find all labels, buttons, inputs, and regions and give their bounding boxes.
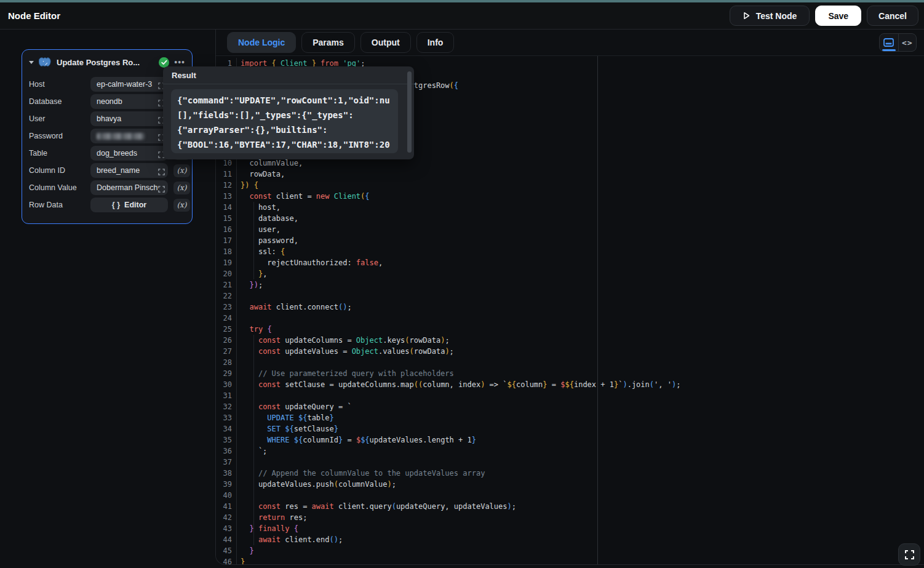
line-content: const updateValues = Object.values(rowDa… [237,346,454,357]
editor-button-label: Editor [124,201,146,209]
code-line: 27 const updateValues = Object.values(ro… [216,346,924,357]
line-number: 46 [216,556,237,564]
line-number: 22 [216,290,237,302]
field-label: Password [29,132,90,140]
field-row: Tabledog_breeds(x) [29,145,186,162]
row-data-editor-button[interactable]: { }Editor [90,198,168,212]
result-line: {},"binary": [177,152,392,153]
line-content [237,390,241,401]
line-content: database, [237,213,298,224]
line-number: 44 [216,534,237,545]
tab-node-logic[interactable]: Node Logic [227,32,296,53]
field-input[interactable] [90,129,168,143]
line-content: } finally { [237,523,298,534]
line-content [237,290,241,302]
topbar-actions: Test Node Save Cancel [730,6,918,26]
line-number: 37 [216,457,237,468]
field-value: bhavya [90,114,121,123]
line-content: UPDATE ${table} [237,412,334,423]
line-content [237,490,241,501]
line-number: 20 [216,268,237,279]
line-number: 28 [216,357,237,368]
field-input[interactable]: Doberman Pinsch [90,180,168,195]
line-number: 11 [216,169,237,180]
code-line: 28 [216,357,924,368]
code-line: 21 }); [216,279,924,290]
line-content [237,313,241,324]
code-line: 31 [216,390,924,401]
code-line: 26 const updateColumns = Object.keys(row… [216,335,924,346]
test-node-button[interactable]: Test Node [730,6,810,26]
check-circle-icon [159,57,169,68]
topbar: Node Editor Test Node Save Cancel [0,2,924,30]
result-scrollbar[interactable] [407,71,412,153]
field-row: Userbhavya(x) [29,110,186,127]
expand-icon[interactable] [158,167,165,178]
tab-params[interactable]: Params [301,32,355,53]
code-line: 25 try { [216,324,924,335]
line-number: 41 [216,501,237,512]
chevron-down-icon[interactable] [29,61,34,64]
line-number: 23 [216,302,237,313]
line-content: }, [237,268,267,279]
line-number: 34 [216,423,237,434]
result-line: {"command":"UPDATE","rowCount":1,"oid":n… [177,93,392,108]
line-number: 19 [216,257,237,268]
code-line: 20 }, [216,268,924,279]
cancel-button[interactable]: Cancel [867,6,918,26]
line-content: const updateQuery = ` [237,401,352,412]
field-input[interactable]: neondb [90,94,168,109]
row-view-icon [883,38,894,47]
line-content: } [237,556,245,564]
result-popover: Result {"command":"UPDATE","rowCount":1,… [163,66,414,159]
result-line: {"arrayParser":{},"builtins": [177,122,392,137]
node-title: Update Postgres Ro... [57,58,154,67]
code-line: 37 [216,457,924,468]
play-icon [743,12,751,20]
code-view-toggle[interactable]: <> [898,34,917,51]
field-input[interactable]: ep-calm-water-3 [90,77,168,92]
line-content: const updateColumns = Object.keys(rowDat… [237,335,450,346]
expand-icon[interactable] [158,184,165,195]
code-view-icon: <> [902,38,913,47]
code-line: 40 [216,490,924,501]
code-line: 42 return res; [216,512,924,523]
result-popover-body: {"command":"UPDATE","rowCount":1,"oid":n… [171,89,398,153]
field-input[interactable]: bhavya [90,111,168,126]
tab-bar: Node LogicParamsOutputInfo <> [216,30,924,55]
row-view-toggle[interactable] [880,34,898,51]
line-number: 39 [216,479,237,490]
line-number: 30 [216,379,237,390]
line-number: 24 [216,313,237,324]
field-input[interactable]: dog_breeds [90,146,168,161]
field-label: User [29,114,90,123]
code-line: 16 user, [216,224,924,235]
code-line: 46} [216,556,924,564]
line-content: rowData, [237,169,285,180]
masked-password-value [97,133,145,140]
tab-output[interactable]: Output [360,32,411,53]
fullscreen-button[interactable] [898,543,920,566]
line-number: 38 [216,468,237,479]
fx-chip[interactable]: (x) [173,182,190,194]
tabs: Node LogicParamsOutputInfo [227,32,454,53]
line-content: }); [237,279,263,290]
line-content: }) { [237,180,258,191]
line-number: 16 [216,224,237,235]
tab-info[interactable]: Info [416,32,455,53]
line-number: 31 [216,390,237,401]
line-content: const setClause = updateColumns.map((col… [237,379,680,390]
fx-chip[interactable]: (x) [173,199,190,212]
code-line: 19 rejectUnauthorized: false, [216,257,924,268]
ellipsis-icon[interactable]: ••• [174,59,185,65]
fx-chip[interactable]: (x) [173,164,190,177]
field-value: ep-calm-water-3 [90,80,152,89]
line-number: 13 [216,191,237,202]
code-line: 41 const res = await client.query(update… [216,501,924,512]
line-number: 29 [216,368,237,379]
code-line: 32 const updateQuery = ` [216,401,924,412]
field-input[interactable]: breed_name [90,163,168,178]
save-button[interactable]: Save [815,6,861,26]
line-content: rejectUnauthorized: false, [237,257,383,268]
view-mode-toggle: <> [879,33,917,52]
